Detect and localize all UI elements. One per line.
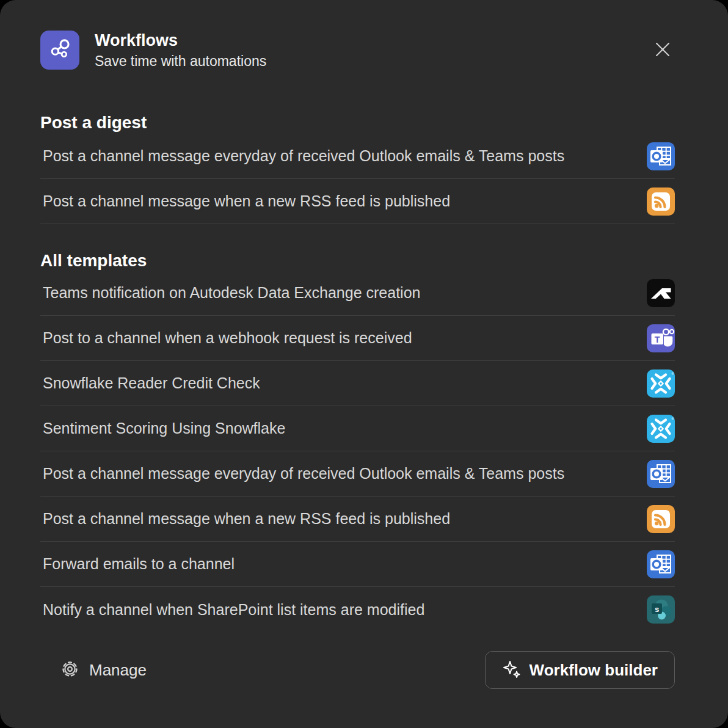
template-sections: Post a digestPost a channel message ever… xyxy=(40,113,675,632)
workflow-template-item[interactable]: Post a channel message everyday of recei… xyxy=(40,451,675,497)
workflow-template-item[interactable]: Post to a channel when a webhook request… xyxy=(40,316,675,361)
workflow-template-label: Post a channel message when a new RSS fe… xyxy=(40,192,450,210)
flyout-subtitle: Save time with automations xyxy=(95,52,266,70)
outlook-icon xyxy=(647,142,675,170)
workflow-template-item[interactable]: Post a channel message when a new RSS fe… xyxy=(40,179,675,224)
svg-text:®: ® xyxy=(672,372,674,376)
workflow-template-label: Post a channel message everyday of recei… xyxy=(40,147,564,165)
workflow-builder-label: Workflow builder xyxy=(530,661,658,680)
workflow-template-label: Forward emails to a channel xyxy=(40,555,235,573)
flyout-footer: Manage Workflow builder xyxy=(40,651,675,689)
rss-icon xyxy=(647,505,675,533)
workflow-builder-button[interactable]: Workflow builder xyxy=(485,651,675,689)
teams-icon: T xyxy=(647,324,675,352)
workflow-template-item[interactable]: Post a channel message everyday of recei… xyxy=(40,134,675,179)
workflow-template-item[interactable]: Forward emails to a channel xyxy=(40,542,675,587)
workflow-template-item[interactable]: Post a channel message when a new RSS fe… xyxy=(40,497,675,542)
svg-text:T: T xyxy=(655,334,660,344)
workflow-template-label: Post a channel message everyday of recei… xyxy=(40,465,564,482)
workflow-template-label: Teams notification on Autodesk Data Exch… xyxy=(40,284,420,302)
snowflake-icon: ® xyxy=(647,415,675,443)
snowflake-icon: ® xyxy=(647,369,675,398)
autodesk-icon xyxy=(647,279,675,307)
workflow-template-item[interactable]: Snowflake Reader Credit Check® xyxy=(40,361,675,406)
workflow-template-item[interactable]: Teams notification on Autodesk Data Exch… xyxy=(40,271,675,316)
sparkle-icon xyxy=(502,660,521,680)
template-section: All templatesTeams notification on Autod… xyxy=(40,251,675,632)
workflows-flyout: Workflows Save time with automations Pos… xyxy=(0,0,728,728)
manage-button[interactable]: Manage xyxy=(60,659,147,681)
workflow-template-item[interactable]: Notify a channel when SharePoint list it… xyxy=(40,587,675,632)
header-text: Workflows Save time with automations xyxy=(95,31,266,70)
workflow-template-label: Post to a channel when a webhook request… xyxy=(40,329,412,347)
section-heading: All templates xyxy=(40,251,675,271)
outlook-icon xyxy=(647,460,675,488)
rss-icon xyxy=(647,187,675,216)
outlook-icon xyxy=(647,550,675,578)
flyout-title: Workflows xyxy=(95,31,266,50)
manage-label: Manage xyxy=(89,661,147,680)
template-section: Post a digestPost a channel message ever… xyxy=(40,113,675,224)
workflow-icon xyxy=(46,35,73,65)
flyout-header: Workflows Save time with automations xyxy=(40,31,675,70)
workflow-template-label: Snowflake Reader Credit Check xyxy=(40,374,260,392)
section-heading: Post a digest xyxy=(40,113,675,133)
workflow-template-label: Sentiment Scoring Using Snowflake xyxy=(40,420,285,437)
workflow-template-item[interactable]: Sentiment Scoring Using Snowflake® xyxy=(40,406,675,451)
close-icon xyxy=(653,40,672,60)
workflows-app-tile xyxy=(40,31,79,70)
workflow-template-label: Post a channel message when a new RSS fe… xyxy=(40,510,450,528)
svg-text:®: ® xyxy=(672,417,674,421)
close-button[interactable] xyxy=(653,41,672,59)
svg-text:s: s xyxy=(655,605,659,614)
workflow-template-label: Notify a channel when SharePoint list it… xyxy=(40,601,424,619)
sharepoint-icon: s xyxy=(647,595,675,624)
gear-icon xyxy=(60,659,80,681)
